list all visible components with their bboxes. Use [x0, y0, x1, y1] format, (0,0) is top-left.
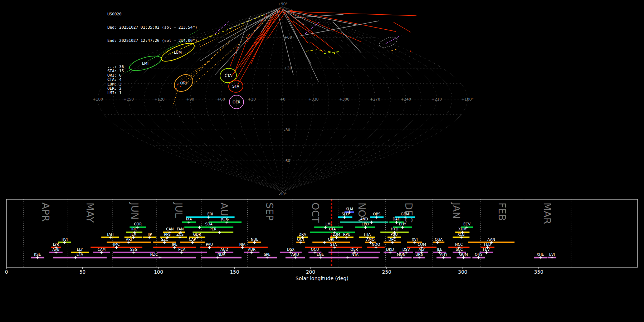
meteor-trail	[306, 50, 317, 51]
shower-code-label: FEV	[483, 248, 490, 252]
shower-xcb: XCB	[453, 233, 469, 239]
map-lon-label: +30	[248, 97, 256, 101]
meteor-trail	[251, 21, 271, 64]
shower-code-label: AUR	[248, 248, 255, 252]
shower-qua: QUA	[433, 238, 444, 244]
shower-ahy: AHY	[436, 253, 451, 259]
x-tick-label: 200	[306, 269, 315, 275]
shower-cap: CAP	[180, 238, 205, 244]
shower-code-label: PPS	[164, 233, 170, 236]
shower-nda: NDA	[201, 253, 241, 259]
count-line: OER: 2	[107, 87, 214, 91]
shower-code-label: NUE	[251, 238, 258, 241]
shower-xhe: XHE	[534, 253, 547, 259]
month-label: OCT	[310, 203, 321, 223]
shower-ixa: IXA	[182, 217, 196, 224]
shower-ohy: OHY	[472, 253, 485, 259]
shower-code-label: NIA	[239, 243, 245, 247]
x-tick-label: 300	[458, 269, 467, 275]
shower-code-label: URS	[415, 253, 423, 257]
shower-code-label: ERI	[207, 212, 213, 216]
map-lon-label: +240	[401, 97, 411, 101]
count-line: CTA: 4	[107, 78, 214, 82]
shower-code-label: DAD	[392, 217, 400, 221]
shower-code-label: AVB	[52, 248, 59, 252]
shower-code-label: DRA	[298, 233, 306, 236]
shower-code-label: JPE	[171, 243, 177, 247]
shower-code-label: COM	[418, 243, 426, 247]
shower-ssg: SSG	[113, 248, 155, 254]
shower-code-label: XHE	[537, 253, 544, 257]
shower-nta: NTA	[331, 253, 379, 259]
shower-code-label: AAN	[487, 238, 495, 241]
shower-code-label: NDA	[218, 253, 225, 257]
shower-code-label: SSG	[130, 248, 137, 252]
shower-code-label: OER	[351, 248, 358, 252]
shower-kcg: KCG	[209, 217, 241, 224]
shower-code-label: THA	[363, 233, 371, 236]
map-lat-label: +30	[284, 66, 292, 70]
radiant-label: OER	[233, 100, 240, 104]
shower-code-label: HVI	[62, 238, 68, 241]
shower-noo: NOO	[367, 243, 385, 249]
sky-map: LUMLMIORICTASTAOER+180+150+120+90+60+30+…	[0, 0, 644, 197]
radiant-label: STA	[232, 84, 239, 88]
shower-code-label: OCU	[311, 248, 319, 252]
shower-code-label: XUM	[458, 227, 467, 231]
x-tick-label: 350	[534, 269, 543, 275]
info-header: US0020 Beg: 20251027 01:35:02 (sol = 213…	[107, 4, 214, 104]
shower-code-label: IRC	[131, 227, 137, 231]
map-pole-label-top: +90°	[278, 2, 287, 6]
shower-code-label: GEM	[401, 212, 409, 216]
shower-code-label: OCT	[297, 238, 305, 241]
shower-eta: ETA	[53, 253, 107, 259]
map-lon-label: +60	[217, 97, 225, 101]
shower-ege: EGE	[309, 253, 331, 259]
shower-code-label: EHY	[399, 222, 406, 226]
meteor-trail	[230, 46, 238, 67]
shower-code-label: EVI	[549, 253, 555, 257]
count-line: LUM: 3	[107, 82, 214, 87]
map-pole-label-bottom: -90°	[279, 192, 287, 196]
meteor-trail	[386, 35, 401, 44]
shower-code-label: FED	[484, 243, 491, 247]
count-line: LMI: 1	[107, 91, 214, 95]
shower-code-label: GDR	[193, 233, 201, 236]
month-label: APR	[40, 203, 51, 222]
shower-gum: GUM	[457, 253, 470, 259]
shower-bars: KLMERISLDOBSGEMIXAKCGANDDADCORSDALMILEOE…	[31, 207, 556, 259]
shower-code-label: GUM	[459, 253, 468, 257]
map-dot	[395, 49, 396, 50]
shower-pca: PCA	[157, 248, 207, 254]
month-label: JUL	[173, 202, 184, 218]
shower-code-label: LMI	[326, 222, 332, 226]
radiant-label: CTA	[225, 73, 232, 78]
meteor-trail	[215, 21, 229, 34]
shower-code-label: KSE	[34, 253, 41, 257]
map-lat-label: -60	[284, 158, 290, 163]
shower-pau: PAU	[200, 243, 219, 249]
shower-ard: ARD	[286, 253, 305, 259]
shower-code-label: JEA	[130, 233, 136, 236]
shower-nzc: NZC	[112, 253, 196, 259]
shower-code-label: PSU	[391, 233, 398, 236]
meteor-radiant-report: LUMLMIORICTASTAOER+180+150+120+90+60+30+…	[0, 0, 644, 322]
shower-code-label: JMC	[113, 243, 120, 247]
map-lon-label: +0	[280, 97, 285, 101]
meteor-trail	[394, 22, 411, 32]
meteor-trail	[333, 21, 361, 53]
shower-code-label: AND	[360, 217, 368, 221]
shower-code-label: AUD	[220, 248, 228, 252]
shower-code-label: XCB	[458, 233, 465, 236]
map-lon-label: +180	[93, 97, 103, 101]
shower-code-label: DPC	[389, 238, 396, 241]
shower-code-label: CAN	[166, 227, 174, 231]
shower-code-label: EGE	[317, 253, 324, 257]
shower-code-label: SLD	[342, 212, 349, 216]
separator-line: ----------------------------------------…	[107, 52, 214, 56]
shower-code-label: OBS	[373, 212, 381, 216]
shower-code-label: FAN	[177, 227, 184, 231]
x-tick-label: 250	[382, 269, 391, 275]
shower-nue: NUE	[248, 238, 261, 244]
month-label: SEP	[264, 203, 275, 220]
